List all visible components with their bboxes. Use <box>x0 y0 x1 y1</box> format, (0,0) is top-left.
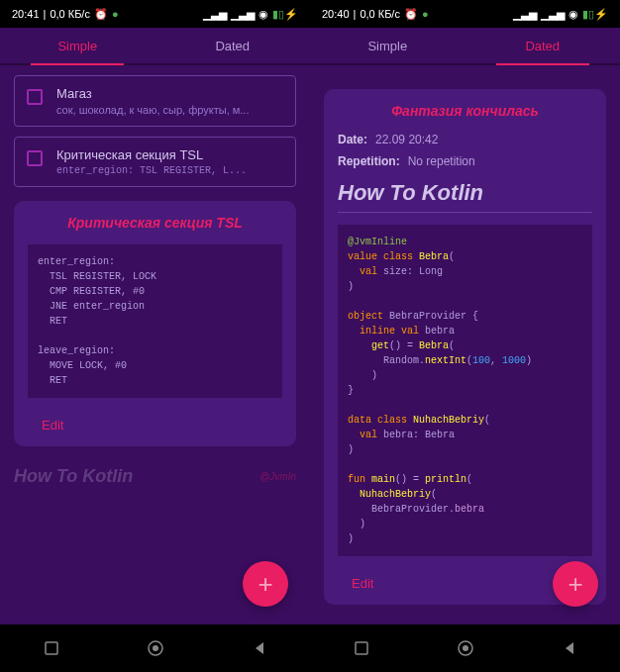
nav-recent-icon[interactable] <box>43 639 60 657</box>
tab-dated[interactable]: Dated <box>465 28 621 63</box>
phone-left: 20:41 | 0,0 КБ/с ⏰ ● ▁▃▅ ▁▃▅ ◉ ▮▯⚡ Simpl… <box>0 0 310 672</box>
dot-icon: ● <box>422 8 429 20</box>
wifi-icon: ◉ <box>568 8 578 21</box>
nav-home-icon[interactable] <box>146 638 165 658</box>
note-title: Магаз <box>56 86 283 101</box>
date-label: Date: <box>338 133 367 146</box>
tab-simple[interactable]: Simple <box>310 28 465 63</box>
note-title: Критическая секция TSL <box>56 147 283 162</box>
status-bar: 20:41 | 0,0 КБ/с ⏰ ● ▁▃▅ ▁▃▅ ◉ ▮▯⚡ <box>0 0 310 28</box>
signal-icon: ▁▃▅ <box>203 8 227 21</box>
wifi-icon: ◉ <box>258 8 268 21</box>
alarm-icon: ⏰ <box>404 8 418 21</box>
card-title: Критическая секция TSL <box>28 215 282 231</box>
code-block: enter_region: TSL REGISTER, LOCK CMP REG… <box>28 244 282 398</box>
alarm-icon: ⏰ <box>94 8 108 21</box>
status-indicators: ▁▃▅ ▁▃▅ ◉ ▮▯⚡ <box>513 8 608 21</box>
nav-back-icon[interactable] <box>252 640 267 656</box>
status-speed: 0,0 КБ/с <box>360 8 400 20</box>
signal-icon: ▁▃▅ <box>513 8 537 21</box>
tab-bar: Simple Dated <box>310 28 620 65</box>
svg-rect-0 <box>46 642 57 654</box>
battery-icon: ▮▯⚡ <box>272 8 298 21</box>
repetition-label: Repetition: <box>338 154 400 168</box>
svg-rect-3 <box>356 642 367 654</box>
note-subtitle: enter_region: TSL REGISTER, L... <box>56 165 283 176</box>
ghost-item: How To Kotlin @JvmIn <box>14 466 296 487</box>
signal-icon: ▁▃▅ <box>541 8 565 21</box>
tab-dated[interactable]: Dated <box>155 28 311 63</box>
status-speed: 0,0 КБ/с <box>50 8 90 20</box>
card-heading: How To Kotlin <box>338 180 592 213</box>
dot-icon: ● <box>112 8 119 20</box>
svg-point-5 <box>463 645 468 651</box>
nav-recent-icon[interactable] <box>353 639 370 657</box>
battery-icon: ▮▯⚡ <box>582 8 608 21</box>
nav-bar <box>0 624 310 672</box>
date-value: 22.09 20:42 <box>375 133 438 146</box>
note-subtitle: сок, шоколад, к чаю, сыр, фрукты, м... <box>56 104 283 116</box>
note-card: Фантазия кончилась Date: 22.09 20:42 Rep… <box>324 89 606 605</box>
checkbox[interactable] <box>27 150 43 166</box>
code-block: @JvmInline value class Bebra( val size: … <box>338 225 592 556</box>
note-item[interactable]: Критическая секция TSL enter_region: TSL… <box>14 137 296 187</box>
card-title: Фантазия кончилась <box>338 103 592 119</box>
edit-button[interactable]: Edit <box>28 412 282 432</box>
nav-bar <box>310 624 620 672</box>
status-time: 20:41 <box>12 8 40 20</box>
fab-add-button[interactable]: + <box>243 561 288 607</box>
status-bar: 20:40 | 0,0 КБ/с ⏰ ● ▁▃▅ ▁▃▅ ◉ ▮▯⚡ <box>310 0 620 28</box>
nav-home-icon[interactable] <box>456 638 475 658</box>
checkbox[interactable] <box>27 89 43 105</box>
phone-right: 20:40 | 0,0 КБ/с ⏰ ● ▁▃▅ ▁▃▅ ◉ ▮▯⚡ Simpl… <box>310 0 620 672</box>
status-time: 20:40 <box>322 8 350 20</box>
nav-back-icon[interactable] <box>562 640 577 656</box>
note-item[interactable]: Магаз сок, шоколад, к чаю, сыр, фрукты, … <box>14 75 296 127</box>
signal-icon: ▁▃▅ <box>231 8 255 21</box>
tab-simple[interactable]: Simple <box>0 28 155 63</box>
note-card: Критическая секция TSL enter_region: TSL… <box>14 201 296 446</box>
status-indicators: ▁▃▅ ▁▃▅ ◉ ▮▯⚡ <box>203 8 298 21</box>
tab-bar: Simple Dated <box>0 28 310 65</box>
fab-add-button[interactable]: + <box>553 561 598 607</box>
svg-point-2 <box>153 645 158 651</box>
repetition-value: No repetition <box>408 154 475 168</box>
